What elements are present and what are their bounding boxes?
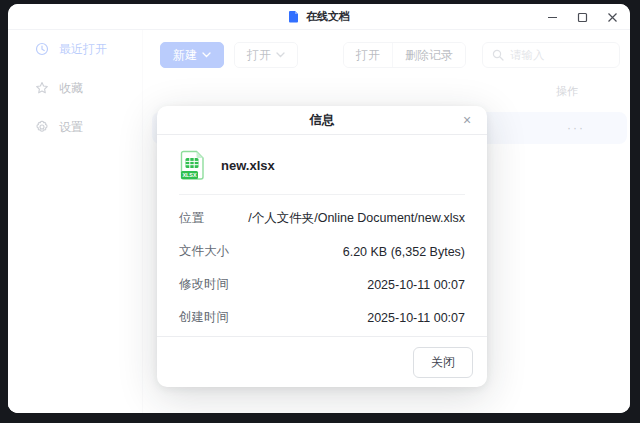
- minimize-button[interactable]: [544, 9, 560, 25]
- info-row-modified: 修改时间 2025-10-11 00:07: [179, 268, 465, 301]
- title-group: 在线文档: [288, 9, 350, 24]
- info-value: /个人文件夹/Online Document/new.xlsx: [248, 210, 465, 227]
- info-rows: 位置 /个人文件夹/Online Document/new.xlsx 文件大小 …: [179, 195, 465, 334]
- info-label: 文件大小: [179, 243, 229, 260]
- info-row-location: 位置 /个人文件夹/Online Document/new.xlsx: [179, 202, 465, 235]
- dialog-title: 信息: [310, 112, 335, 129]
- info-dialog: 信息 × XLSX: [157, 106, 487, 387]
- window-title: 在线文档: [306, 9, 350, 24]
- window-controls: [544, 4, 620, 30]
- info-row-created: 创建时间 2025-10-11 00:07: [179, 301, 465, 334]
- file-name: new.xlsx: [221, 158, 275, 173]
- app-logo-icon: [288, 10, 300, 23]
- xlsx-file-icon: XLSX: [179, 149, 207, 182]
- info-label: 创建时间: [179, 309, 229, 326]
- app-body: 最近打开 收藏 设置 新建: [8, 30, 630, 413]
- close-button[interactable]: 关闭: [413, 347, 473, 378]
- maximize-button[interactable]: [574, 9, 590, 25]
- app-window: 在线文档 最近打开: [8, 4, 630, 413]
- dialog-close-icon[interactable]: ×: [459, 112, 475, 128]
- info-value: 2025-10-11 00:07: [367, 311, 465, 325]
- close-window-button[interactable]: [604, 9, 620, 25]
- dialog-body: XLSX new.xlsx 位置 /个人文件夹/Online Document/…: [157, 135, 487, 334]
- info-label: 修改时间: [179, 276, 229, 293]
- info-label: 位置: [179, 210, 204, 227]
- file-summary: XLSX new.xlsx: [179, 145, 465, 194]
- dialog-header: 信息 ×: [157, 106, 487, 135]
- info-row-size: 文件大小 6.20 KB (6,352 Bytes): [179, 235, 465, 268]
- info-value: 6.20 KB (6,352 Bytes): [343, 245, 465, 259]
- info-value: 2025-10-11 00:07: [367, 278, 465, 292]
- xlsx-badge-label: XLSX: [182, 172, 196, 178]
- dialog-footer: 关闭: [157, 336, 487, 387]
- titlebar: 在线文档: [8, 4, 630, 30]
